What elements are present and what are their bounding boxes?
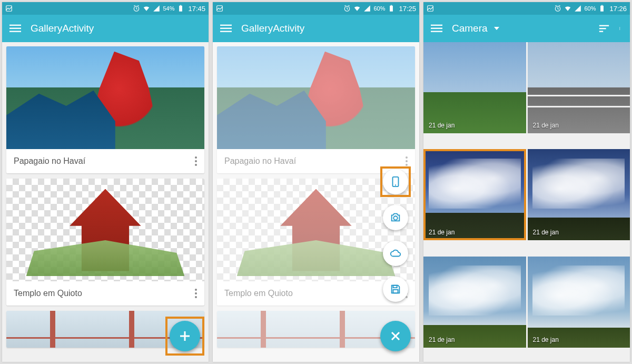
card-title: Templo em Quioto <box>224 289 293 298</box>
svg-rect-6 <box>180 6 183 12</box>
photo-date: 21 de jan <box>533 229 559 236</box>
photo-date: 21 de jan <box>429 229 455 236</box>
svg-rect-55 <box>599 28 606 29</box>
svg-rect-26 <box>391 5 392 6</box>
screen-gallery-speeddial: 60% 17:25 GalleryActivity Papagaio no Ha… <box>213 2 419 362</box>
svg-rect-29 <box>220 31 232 32</box>
gallery-card[interactable]: Templo em Quioto <box>6 179 204 306</box>
svg-point-30 <box>406 156 408 159</box>
svg-rect-56 <box>599 31 603 32</box>
photo-grid: 21 de jan 21 de jan 21 de jan 21 de jan … <box>423 42 630 362</box>
more-vert-icon[interactable] <box>406 156 408 166</box>
gallery-content: Papagaio no Havaí Templo em Quioto <box>213 42 419 362</box>
gallery-card[interactable]: Papagaio no Havaí <box>6 46 204 173</box>
photo-date: 21 de jan <box>429 122 455 129</box>
image-indicator-icon <box>5 5 13 12</box>
svg-rect-53 <box>431 31 442 32</box>
hamburger-icon[interactable] <box>9 23 21 34</box>
image-indicator-icon <box>427 5 434 12</box>
svg-line-46 <box>558 9 559 9</box>
svg-rect-50 <box>601 5 603 6</box>
status-bar: 60% 17:25 <box>213 2 419 15</box>
app-bar: Camera <box>423 15 630 42</box>
svg-line-48 <box>559 5 560 6</box>
svg-point-58 <box>619 28 620 28</box>
svg-line-24 <box>349 5 350 6</box>
clock-time: 17:45 <box>188 5 205 13</box>
battery-percentage: 54% <box>163 5 174 12</box>
album-dropdown[interactable]: Camera <box>452 23 488 34</box>
svg-rect-10 <box>9 31 21 32</box>
photo-tile[interactable]: 21 de jan <box>528 257 630 348</box>
svg-point-38 <box>393 216 397 220</box>
svg-rect-28 <box>220 28 232 29</box>
action-from-device[interactable] <box>383 169 408 194</box>
status-bar: 60% 17:26 <box>423 2 630 15</box>
more-vert-icon[interactable] <box>195 289 197 298</box>
photo-tile-selected[interactable]: 21 de jan <box>423 149 526 240</box>
svg-point-59 <box>619 29 620 29</box>
action-from-library[interactable] <box>383 277 408 302</box>
svg-line-23 <box>345 5 346 6</box>
gallery-card[interactable]: Papagaio no Havaí <box>217 46 415 173</box>
hamburger-icon[interactable] <box>220 23 232 34</box>
wifi-icon <box>564 5 571 12</box>
action-from-cloud[interactable] <box>383 241 408 266</box>
photo-tile[interactable]: 21 de jan <box>423 257 526 348</box>
photo-date: 21 de jan <box>533 122 559 129</box>
svg-rect-18 <box>180 336 190 337</box>
app-bar: GalleryActivity <box>213 15 419 42</box>
more-vert-icon[interactable] <box>195 156 197 166</box>
clock-time: 17:25 <box>399 5 416 13</box>
battery-percentage: 60% <box>373 5 385 12</box>
card-thumbnail <box>217 46 415 149</box>
photo-date: 21 de jan <box>429 336 455 343</box>
svg-line-5 <box>138 5 139 6</box>
photo-tile[interactable]: 21 de jan <box>528 149 630 240</box>
card-title: Papagaio no Havaí <box>14 156 85 166</box>
svg-rect-52 <box>431 28 442 29</box>
svg-point-16 <box>195 296 197 298</box>
app-bar: GalleryActivity <box>2 15 209 42</box>
alarm-icon <box>343 5 351 12</box>
svg-rect-54 <box>599 25 609 26</box>
svg-rect-0 <box>6 6 12 12</box>
alarm-icon <box>554 5 561 12</box>
clock-time: 17:26 <box>609 5 627 13</box>
card-title: Templo em Quioto <box>14 289 82 298</box>
wifi-icon <box>353 5 361 12</box>
svg-point-15 <box>195 292 197 294</box>
photo-tile[interactable]: 21 de jan <box>528 42 630 133</box>
svg-point-37 <box>395 184 396 185</box>
signal-icon <box>153 5 160 12</box>
sort-icon[interactable] <box>598 23 610 34</box>
svg-point-14 <box>195 289 197 291</box>
more-vert-icon[interactable] <box>619 23 623 34</box>
card-thumbnail <box>6 46 204 149</box>
app-bar-title: GalleryActivity <box>31 23 94 34</box>
svg-point-32 <box>406 164 408 166</box>
svg-rect-49 <box>601 6 604 12</box>
svg-rect-43 <box>428 6 433 12</box>
photo-date: 21 de jan <box>533 336 559 343</box>
svg-point-12 <box>195 160 197 162</box>
signal-icon <box>363 5 371 12</box>
svg-rect-7 <box>180 5 181 6</box>
battery-icon <box>177 5 184 12</box>
status-bar: 54% 17:45 <box>2 2 209 15</box>
svg-point-11 <box>195 156 197 159</box>
action-from-camera[interactable] <box>383 205 408 230</box>
save-icon <box>390 283 401 295</box>
gallery-content: Papagaio no Havaí Templo em Quioto <box>2 42 209 362</box>
card-thumbnail <box>6 179 204 281</box>
svg-rect-8 <box>9 25 21 26</box>
hamburger-icon[interactable] <box>431 23 442 34</box>
photo-tile[interactable]: 21 de jan <box>423 42 526 133</box>
screen-camera-picker: 60% 17:26 Camera 21 de jan 21 de jan 21 … <box>423 2 630 362</box>
svg-line-3 <box>136 9 137 9</box>
chevron-down-icon <box>494 27 499 30</box>
svg-rect-19 <box>217 6 223 12</box>
fab-add-button[interactable] <box>170 321 200 351</box>
fab-close-button[interactable] <box>380 321 411 351</box>
svg-rect-25 <box>390 6 393 12</box>
